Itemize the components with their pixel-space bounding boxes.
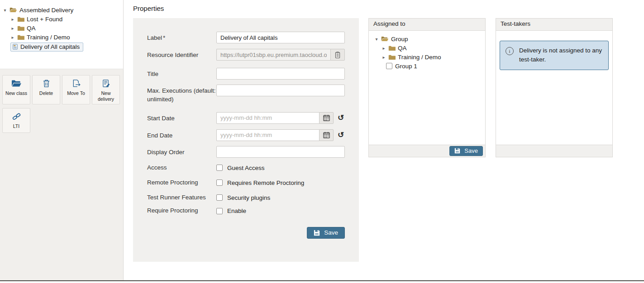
assigned-to-save-button[interactable]: Save (449, 146, 483, 156)
max-executions-row: Max. Executions (default: unlimited) (147, 85, 345, 104)
group-1-checkbox[interactable] (386, 63, 392, 69)
action-label: New class (5, 90, 27, 96)
guest-access-checkbox-label: Guest Access (227, 165, 265, 171)
clipboard-icon (335, 52, 340, 58)
tree-item-label: Training / Demo (398, 54, 441, 61)
security-plugins-checkbox[interactable] (216, 194, 223, 201)
start-date-calendar-button[interactable] (319, 112, 334, 124)
delete-button[interactable]: Delete (32, 75, 60, 104)
tree-item-label: Group 1 (395, 63, 417, 70)
end-date-label: End Date (147, 129, 216, 141)
tree-item-delivery-selected[interactable]: Delivery of All capitals (10, 42, 83, 52)
folder-icon (388, 45, 396, 51)
title-row: Title (147, 68, 345, 80)
folder-icon (17, 25, 24, 31)
tree-item-qa-group[interactable]: ▸ QA (382, 43, 482, 52)
end-date-row: End Date ↺ (147, 129, 345, 141)
start-date-reset-icon[interactable]: ↺ (338, 114, 344, 122)
tree-item-label: Lost + Found (27, 16, 62, 23)
caret-right-icon[interactable]: ▸ (382, 55, 386, 60)
start-date-label: Start Date (147, 112, 216, 124)
tree-item-label: Group (391, 36, 408, 42)
end-date-reset-icon[interactable]: ↺ (338, 131, 344, 139)
test-takers-footer (496, 145, 612, 157)
lti-button[interactable]: LTI (2, 108, 30, 133)
required-asterisk: * (163, 34, 165, 41)
caret-right-icon[interactable]: ▸ (10, 17, 15, 22)
folder-open-icon (381, 36, 389, 42)
tree-item-training-demo-group[interactable]: ▸ Training / Demo (382, 52, 482, 61)
tree-item-qa[interactable]: ▸ QA (10, 24, 119, 33)
end-date-input[interactable] (216, 129, 319, 141)
link-icon (12, 112, 21, 121)
display-order-row: Display Order (147, 146, 345, 158)
assigned-to-header: Assigned to (369, 19, 485, 31)
max-executions-input[interactable] (216, 85, 345, 96)
caret-down-icon[interactable]: ▾ (3, 8, 7, 13)
requires-remote-proctoring-label: Requires Remote Proctoring (227, 179, 304, 186)
tree-item-lost-found[interactable]: ▸ Lost + Found (10, 14, 119, 24)
folder-icon (388, 54, 396, 60)
resource-identifier-label: Resource Identifier (147, 49, 216, 61)
delivery-tree: ▾ Assembled Delivery ▸ Lost + Found ▸ QA… (0, 0, 123, 69)
caret-right-icon[interactable]: ▸ (10, 26, 15, 31)
test-takers-header: Test-takers (496, 19, 612, 31)
new-class-button[interactable]: New class (2, 75, 30, 104)
remote-proctoring-row: Remote Proctoring Requires Remote Procto… (147, 179, 345, 187)
action-label: LTI (13, 123, 19, 129)
new-delivery-button[interactable]: New delivery (92, 75, 120, 104)
test-runner-features-label: Test Runner Features (147, 193, 216, 202)
tree-item-group-1[interactable]: Group 1 (386, 61, 482, 71)
access-row: Access Guest Access (147, 164, 345, 172)
title-label: Title (147, 68, 216, 80)
assigned-to-tree: ▾ Group ▸ QA ▸ Training / Demo Group 1 (369, 31, 485, 145)
page-title: Properties (133, 5, 164, 12)
enable-proctoring-checkbox[interactable] (216, 208, 223, 214)
requires-remote-proctoring-checkbox[interactable] (216, 179, 223, 186)
end-date-calendar-button[interactable] (319, 129, 334, 141)
title-input[interactable] (216, 68, 345, 80)
enable-proctoring-label: Enable (227, 208, 246, 214)
guest-access-checkbox[interactable] (216, 165, 223, 171)
delivery-icon (12, 44, 18, 50)
caret-right-icon[interactable]: ▸ (382, 46, 386, 51)
access-label: Access (147, 164, 216, 172)
action-label: Move To (67, 90, 85, 96)
display-order-label: Display Order (147, 146, 216, 158)
caret-right-icon[interactable]: ▸ (10, 35, 15, 40)
start-date-input[interactable] (216, 112, 319, 124)
assigned-to-panel: Assigned to ▾ Group ▸ QA ▸ Training / De… (368, 18, 486, 157)
security-plugins-label: Security plugins (227, 194, 270, 201)
resource-identifier-row: Resource Identifier (147, 49, 345, 61)
calendar-icon (323, 114, 330, 121)
properties-form: Label* Resource Identifier Title Max. Ex… (133, 18, 359, 262)
tree-item-training-demo[interactable]: ▸ Training / Demo (10, 33, 119, 42)
assigned-to-footer: Save (369, 145, 485, 157)
tree-item-group[interactable]: ▾ Group (374, 34, 482, 43)
tree-item-label: Assembled Delivery (19, 7, 73, 14)
new-delivery-icon (102, 79, 110, 88)
action-label: New delivery (93, 90, 119, 102)
display-order-input[interactable] (216, 146, 345, 158)
info-message: Delivery is not assigned to any test-tak… (519, 46, 603, 65)
tree-item-label: Training / Demo (27, 34, 70, 41)
info-icon: i (506, 47, 514, 55)
info-alert: i Delivery is not assigned to any test-t… (500, 41, 609, 70)
label-input[interactable] (216, 32, 345, 43)
require-proctoring-label: Require Proctoring (147, 207, 216, 215)
tree-item-label: QA (398, 45, 407, 52)
start-date-row: Start Date ↺ (147, 112, 345, 124)
tree-item-label: Delivery of All capitals (20, 43, 80, 50)
move-to-button[interactable]: Move To (62, 75, 90, 104)
action-bar: New class Delete Move To New delivery LT… (0, 69, 123, 137)
calendar-icon (323, 132, 330, 138)
caret-down-icon[interactable]: ▾ (374, 37, 379, 42)
folder-open-icon (10, 7, 17, 13)
folder-icon (17, 34, 24, 40)
tree-item-assembled-delivery[interactable]: ▾ Assembled Delivery (3, 5, 119, 14)
test-takers-panel: Test-takers i Delivery is not assigned t… (496, 18, 613, 157)
action-label: Delete (39, 90, 53, 96)
copy-to-clipboard-button[interactable] (330, 49, 345, 61)
require-proctoring-row: Require Proctoring Enable (147, 207, 345, 215)
save-button[interactable]: Save (307, 227, 345, 239)
